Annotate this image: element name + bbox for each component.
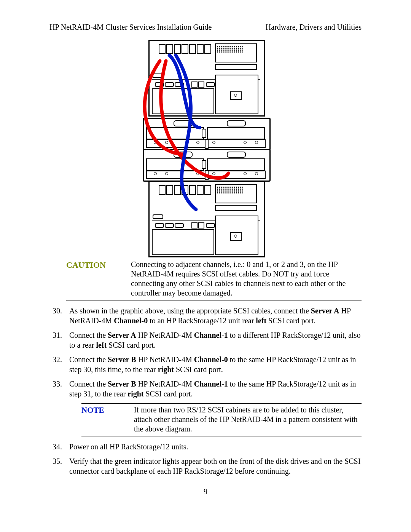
step-item: 35.Verify that the green indicator light… (49, 456, 362, 476)
page-number: 9 (49, 487, 362, 496)
step-number: 33. (49, 379, 69, 399)
note-label: NOTE (81, 405, 134, 434)
step-item: 31.Connect the Server A HP NetRAID-4M Ch… (49, 330, 362, 350)
step-number: 34. (49, 442, 69, 452)
document-page: HP NetRAID-4M Cluster Services Installat… (0, 0, 411, 511)
caution-block: CAUTION Connecting to adjacent channels,… (66, 258, 362, 300)
caution-text: Connecting to adjacent channels, i.e.: 0… (131, 260, 362, 298)
step-text: Connect the Server B HP NetRAID-4M Chann… (69, 355, 362, 374)
step-item: 33.Connect the Server B HP NetRAID-4M Ch… (49, 379, 362, 399)
note-block: NOTE If more than two RS/12 SCSI cabinet… (81, 403, 362, 436)
note-text: If more than two RS/12 SCSI cabinets are… (134, 405, 362, 434)
page-header: HP NetRAID-4M Cluster Services Installat… (49, 23, 362, 33)
caution-label: CAUTION (66, 260, 131, 298)
step-number: 32. (49, 355, 69, 374)
header-right: Hardware, Drivers and Utilities (266, 23, 362, 32)
step-text: Power on all HP RackStorage/12 units. (69, 442, 362, 452)
header-left: HP NetRAID-4M Cluster Services Installat… (49, 23, 212, 32)
steps-list-b: 34.Power on all HP RackStorage/12 units.… (49, 442, 362, 476)
step-item: 34.Power on all HP RackStorage/12 units. (49, 442, 362, 452)
step-text: Connect the Server B HP NetRAID-4M Chann… (69, 379, 362, 399)
step-number: 30. (49, 306, 69, 326)
step-number: 35. (49, 456, 69, 476)
step-text: As shown in the graphic above, using the… (69, 306, 362, 326)
step-item: 30.As shown in the graphic above, using … (49, 306, 362, 326)
step-text: Verify that the green indicator lights a… (69, 456, 362, 476)
step-number: 31. (49, 330, 69, 350)
step-item: 32.Connect the Server B HP NetRAID-4M Ch… (49, 355, 362, 374)
hardware-diagram (49, 40, 362, 253)
step-text: Connect the Server A HP NetRAID-4M Chann… (69, 330, 362, 350)
steps-list-a: 30.As shown in the graphic above, using … (49, 306, 362, 399)
